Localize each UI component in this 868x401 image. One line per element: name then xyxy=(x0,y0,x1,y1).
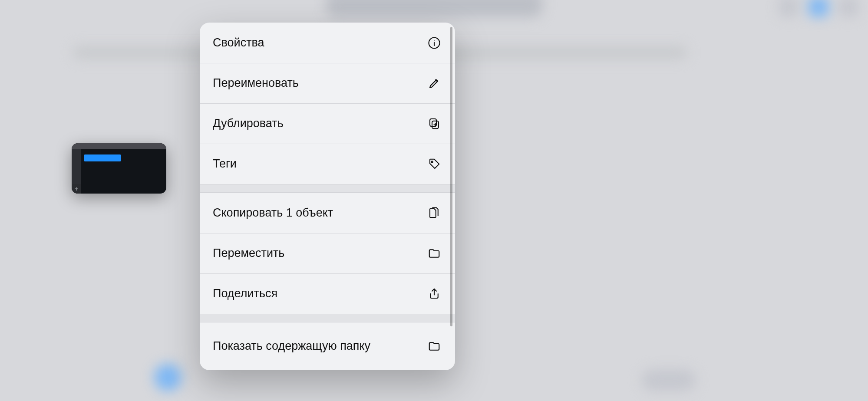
svg-point-2 xyxy=(434,40,435,41)
tag-icon xyxy=(427,157,441,171)
menu-item-rename[interactable]: Переименовать xyxy=(200,63,455,103)
menu-item-reveal-folder[interactable]: Показать содержащую папку xyxy=(200,322,455,370)
svg-point-7 xyxy=(431,161,433,163)
menu-item-label: Дублировать xyxy=(213,116,291,131)
menu-group: Скопировать 1 объект Переместить Поделит… xyxy=(200,193,455,314)
pencil-icon xyxy=(427,76,441,90)
menu-item-label: Свойства xyxy=(213,36,272,50)
menu-item-move[interactable]: Переместить xyxy=(200,233,455,273)
menu-group: Свойства Переименовать Дублировать Теги xyxy=(200,23,455,184)
copy-plus-icon xyxy=(427,117,441,131)
folder-icon xyxy=(427,247,441,260)
menu-item-share[interactable]: Поделиться xyxy=(200,273,455,314)
menu-separator xyxy=(200,184,455,193)
menu-item-label: Скопировать 1 объект xyxy=(213,206,341,220)
menu-item-label: Показать содержащую папку xyxy=(213,339,378,354)
menu-scrollbar[interactable] xyxy=(450,27,452,326)
selected-file-thumbnail[interactable]: + xyxy=(72,143,166,194)
menu-item-label: Переместить xyxy=(213,246,292,261)
context-menu: Свойства Переименовать Дублировать Теги xyxy=(200,23,455,370)
menu-item-info[interactable]: Свойства xyxy=(200,23,455,63)
menu-separator xyxy=(200,314,455,322)
two-pages-icon xyxy=(427,206,441,220)
menu-item-label: Теги xyxy=(213,157,244,171)
menu-group: Показать содержащую папку xyxy=(200,322,455,370)
menu-item-label: Поделиться xyxy=(213,286,285,301)
folder-icon xyxy=(427,339,441,353)
menu-item-label: Переименовать xyxy=(213,76,307,91)
menu-item-duplicate[interactable]: Дублировать xyxy=(200,103,455,144)
info-icon xyxy=(427,36,441,50)
menu-item-tags[interactable]: Теги xyxy=(200,144,455,184)
share-icon xyxy=(427,287,441,301)
menu-item-copy-one[interactable]: Скопировать 1 объект xyxy=(200,193,455,233)
